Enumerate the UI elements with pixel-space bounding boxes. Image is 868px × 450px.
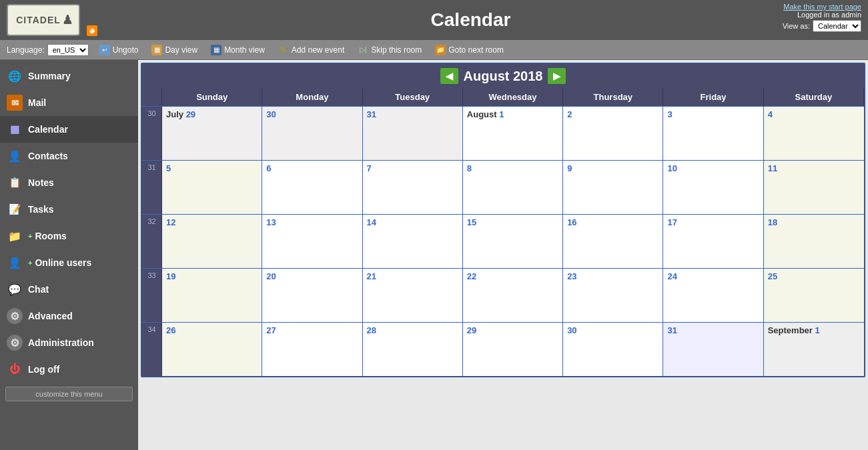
cal-day-aug4[interactable]: 4 bbox=[764, 107, 864, 160]
cal-day-aug19[interactable]: 19 bbox=[162, 269, 262, 322]
day-num-8[interactable]: 8 bbox=[467, 163, 472, 173]
day-num-10[interactable]: 10 bbox=[667, 163, 677, 173]
sidebar-item-tasks[interactable]: 📝 Tasks bbox=[0, 196, 138, 223]
sidebar-item-contacts[interactable]: 👤 Contacts bbox=[0, 143, 138, 169]
day-num-17[interactable]: 17 bbox=[667, 217, 677, 227]
cal-day-sep1[interactable]: September 1 bbox=[764, 323, 864, 376]
sidebar-item-advanced[interactable]: ⚙ Advanced bbox=[0, 303, 138, 329]
cal-day-aug7[interactable]: 7 bbox=[363, 161, 463, 214]
cal-day-aug20[interactable]: 20 bbox=[262, 269, 362, 322]
cal-day-aug31[interactable]: 31 bbox=[663, 323, 763, 376]
day-num-27[interactable]: 27 bbox=[266, 325, 276, 335]
cal-day-aug2[interactable]: 2 bbox=[563, 107, 663, 160]
next-month-button[interactable]: ▶ bbox=[548, 68, 566, 84]
skiproom-icon: ▷| bbox=[358, 45, 368, 55]
cal-day-aug15[interactable]: 15 bbox=[463, 215, 563, 268]
cal-day-aug22[interactable]: 22 bbox=[463, 269, 563, 322]
day-num-1[interactable]: 1 bbox=[499, 109, 504, 119]
day-num-15[interactable]: 15 bbox=[467, 217, 476, 227]
day-num-sep1[interactable]: 1 bbox=[815, 325, 820, 335]
day-num-30b[interactable]: 30 bbox=[567, 325, 576, 335]
day-num-19[interactable]: 19 bbox=[166, 271, 175, 281]
day-num-14[interactable]: 14 bbox=[367, 217, 376, 227]
day-num-12[interactable]: 12 bbox=[166, 217, 175, 227]
cal-day-aug5[interactable]: 5 bbox=[162, 161, 262, 214]
day-num-5[interactable]: 5 bbox=[166, 163, 171, 173]
day-num-25[interactable]: 25 bbox=[768, 271, 777, 281]
skiproom-label: Skip this room bbox=[371, 45, 422, 55]
day-num-3[interactable]: 3 bbox=[667, 109, 672, 119]
day-num-11[interactable]: 11 bbox=[768, 163, 777, 173]
day-num-4[interactable]: 4 bbox=[768, 109, 773, 119]
rooms-plus-badge: + bbox=[28, 232, 32, 240]
cal-day-aug12[interactable]: 12 bbox=[162, 215, 262, 268]
cal-day-aug9[interactable]: 9 bbox=[563, 161, 663, 214]
monthview-button[interactable]: ▦ Month view bbox=[208, 43, 268, 57]
cal-day-aug8[interactable]: 8 bbox=[463, 161, 563, 214]
mail-icon: ✉ bbox=[7, 95, 23, 111]
cal-day-jul29[interactable]: July 29 bbox=[162, 107, 262, 160]
cal-day-jul30[interactable]: 30 bbox=[262, 107, 362, 160]
day-num-7[interactable]: 7 bbox=[367, 163, 372, 173]
skiproom-button[interactable]: ▷| Skip this room bbox=[355, 43, 424, 57]
cal-day-jul31[interactable]: 31 bbox=[363, 107, 463, 160]
day-num-29[interactable]: 29 bbox=[186, 109, 195, 119]
sidebar-item-rooms[interactable]: 📁 + Rooms bbox=[0, 223, 138, 249]
sidebar-item-onlineusers[interactable]: 👤 + Online users bbox=[0, 249, 138, 276]
day-num-31b[interactable]: 31 bbox=[667, 325, 677, 335]
sidebar-item-summary[interactable]: 🌐 Summary bbox=[0, 63, 138, 89]
gotonext-button[interactable]: 📁 Goto next room bbox=[432, 43, 506, 57]
day-num-13[interactable]: 13 bbox=[266, 217, 276, 227]
sidebar-item-administration[interactable]: ⚙ Administration bbox=[0, 329, 138, 356]
onlineusers-icon: 👤 bbox=[7, 255, 23, 271]
cal-day-aug24[interactable]: 24 bbox=[663, 269, 763, 322]
sidebar-item-notes[interactable]: 📋 Notes bbox=[0, 169, 138, 196]
day-num-31[interactable]: 31 bbox=[367, 109, 376, 119]
cal-day-aug26[interactable]: 26 bbox=[162, 323, 262, 376]
cal-day-aug1[interactable]: August 1 bbox=[463, 107, 563, 160]
cal-day-aug13[interactable]: 13 bbox=[262, 215, 362, 268]
cal-day-aug27[interactable]: 27 bbox=[262, 323, 362, 376]
rss-icon[interactable]: ◕ bbox=[87, 25, 97, 36]
cal-day-aug23[interactable]: 23 bbox=[563, 269, 663, 322]
cal-day-aug11[interactable]: 11 bbox=[764, 161, 864, 214]
cal-day-aug29[interactable]: 29 bbox=[463, 323, 563, 376]
sidebar-item-logoff[interactable]: ⏻ Log off bbox=[0, 356, 138, 383]
day-num-20[interactable]: 20 bbox=[266, 271, 276, 281]
ungoto-button[interactable]: ↩ Ungoto bbox=[97, 43, 141, 57]
day-num-21[interactable]: 21 bbox=[367, 271, 376, 281]
dayview-button[interactable]: ▦ Day view bbox=[149, 43, 200, 57]
cal-day-aug30[interactable]: 30 bbox=[563, 323, 663, 376]
day-num-22[interactable]: 22 bbox=[467, 271, 476, 281]
cal-day-aug18[interactable]: 18 bbox=[764, 215, 864, 268]
cal-day-aug14[interactable]: 14 bbox=[363, 215, 463, 268]
cal-day-aug25[interactable]: 25 bbox=[764, 269, 864, 322]
addnewevent-button[interactable]: ✎ Add new event bbox=[276, 43, 347, 57]
day-num-30[interactable]: 30 bbox=[266, 109, 276, 119]
cal-day-aug17[interactable]: 17 bbox=[663, 215, 763, 268]
day-num-24[interactable]: 24 bbox=[667, 271, 677, 281]
day-num-26[interactable]: 26 bbox=[166, 325, 175, 335]
cal-day-aug16[interactable]: 16 bbox=[563, 215, 663, 268]
cal-day-aug28[interactable]: 28 bbox=[363, 323, 463, 376]
make-start-link[interactable]: Make this my start page bbox=[783, 3, 861, 11]
lang-select[interactable]: en_US bbox=[47, 44, 89, 56]
prev-month-button[interactable]: ◀ bbox=[440, 68, 458, 84]
day-num-2[interactable]: 2 bbox=[567, 109, 572, 119]
day-num-16[interactable]: 16 bbox=[567, 217, 576, 227]
day-num-6[interactable]: 6 bbox=[266, 163, 271, 173]
day-num-9[interactable]: 9 bbox=[567, 163, 572, 173]
customize-menu-button[interactable]: customize this menu bbox=[5, 387, 133, 401]
view-as-select[interactable]: Calendar bbox=[813, 20, 861, 32]
sidebar-item-mail[interactable]: ✉ Mail bbox=[0, 89, 138, 116]
sidebar-item-chat[interactable]: 💬 Chat bbox=[0, 276, 138, 303]
sidebar-item-calendar[interactable]: ▦ Calendar bbox=[0, 116, 138, 143]
cal-day-aug21[interactable]: 21 bbox=[363, 269, 463, 322]
day-num-18[interactable]: 18 bbox=[768, 217, 777, 227]
day-num-29b[interactable]: 29 bbox=[467, 325, 476, 335]
day-num-23[interactable]: 23 bbox=[567, 271, 576, 281]
day-num-28[interactable]: 28 bbox=[367, 325, 376, 335]
cal-day-aug3[interactable]: 3 bbox=[663, 107, 763, 160]
cal-day-aug10[interactable]: 10 bbox=[663, 161, 763, 214]
cal-day-aug6[interactable]: 6 bbox=[262, 161, 362, 214]
